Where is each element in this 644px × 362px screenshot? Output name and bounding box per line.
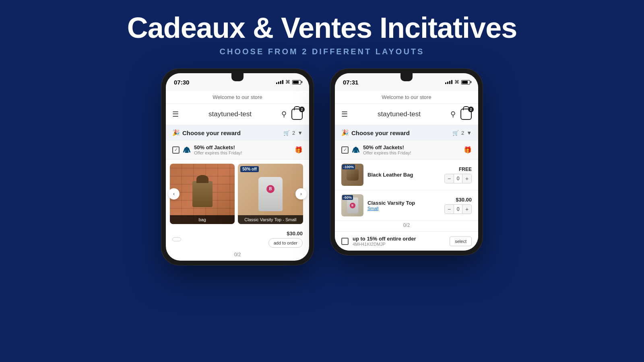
phone2-product1-minus[interactable]: −	[445, 174, 454, 183]
signal-bars-icon	[276, 80, 283, 84]
phone1-cart[interactable]: 2	[291, 109, 303, 120]
phone2-product2-name: Classic Varsity Top	[367, 200, 440, 206]
phone2-screen: 07:31 ⌘	[335, 73, 478, 251]
phone1-notch	[231, 73, 244, 81]
phone1-frame: 07:30 ⌘	[161, 68, 314, 265]
phone2-product1-price-area: FREE − 0 +	[444, 167, 472, 183]
phone2-party-icon: 🎉	[341, 129, 349, 136]
phone1-status-bar: 07:30 ⌘	[166, 73, 309, 91]
phone1-add-to-order-1[interactable]	[172, 237, 181, 241]
phone2-notch	[400, 73, 413, 81]
phone2-wrapper: 07:31 ⌘	[330, 68, 483, 255]
phone2-store-welcome: Welcome to our store	[335, 91, 478, 104]
phone2-product1-info: Black Leather Bag	[367, 172, 440, 178]
phone1-carousel: ‹ bag	[166, 160, 309, 228]
phone1-search-icon[interactable]: ⚲	[281, 110, 287, 119]
phone2-nav-bar: ☰ staytuned-test ⚲ 2	[335, 104, 478, 125]
phone1-nav-bar: ☰ staytuned-test ⚲ 2	[166, 104, 309, 125]
phone1-cart-badge: 2	[299, 107, 305, 112]
phone1-product1: bag	[170, 164, 235, 224]
phone2-progress: 0/2	[335, 221, 478, 231]
phone1-reward-right: 🛒 2 ▼	[283, 130, 303, 136]
phone2-product1-plus[interactable]: +	[462, 174, 471, 183]
phone1-product2-badge: 50% off	[240, 166, 259, 172]
phone2-product1-price: FREE	[444, 167, 472, 172]
phone1-offer-title: 50% off Jackets!	[194, 144, 242, 150]
phone2-cart-badge: 2	[468, 107, 474, 112]
phone2-offer-text: 50% off Jackets! Offer expires this Frid…	[363, 144, 411, 155]
phone2-menu-icon[interactable]: ☰	[341, 110, 348, 119]
phone2-chevron-down-icon: ▼	[466, 130, 472, 136]
phone2-reward-left: 🎉 Choose your reward	[341, 129, 410, 136]
phone2-offer-checkbox[interactable]: ✓	[341, 146, 349, 154]
phone2-product2-minus[interactable]: −	[445, 205, 454, 214]
phone2-product2-row: B -50% Classic Varsity Top Small $30.00 …	[335, 190, 478, 221]
phone1-wrapper: 07:30 ⌘	[161, 68, 314, 265]
phone2-time: 07:31	[343, 79, 358, 86]
phone2-jacket-emoji: 🧥	[352, 146, 360, 154]
phone1-menu-icon[interactable]: ☰	[172, 110, 179, 119]
phone2-second-offer: up to 15% off entire order 4MH41KI2DMJP …	[335, 231, 478, 251]
phone1-store-name: staytuned-test	[208, 110, 252, 118]
phone2-product1-badge: -100%	[342, 165, 355, 169]
phone2-reward-cart-count: 2	[461, 130, 464, 136]
subtitle: CHOOSE FROM 2 DIFFERENT LAYOUTS	[127, 47, 517, 56]
phone2-product2-info: Classic Varsity Top Small	[367, 200, 440, 211]
phone2-reward-bar[interactable]: 🎉 Choose your reward 🛒 2 ▼	[335, 125, 478, 140]
phone1-offer-checkbox[interactable]: ✓	[172, 146, 180, 154]
header-section: Cadeaux & Ventes Incitatives CHOOSE FROM…	[127, 12, 517, 56]
phone2-offer2-text: up to 15% off entire order 4MH41KI2DMJP	[353, 236, 446, 247]
phone2-reward-cart-icon: 🛒	[452, 130, 459, 136]
phone2-offer2-code: 4MH41KI2DMJP	[353, 242, 446, 247]
phone2-signal-icon	[445, 80, 452, 84]
phone2-product2-price: $30.00	[444, 197, 472, 203]
phone2-product1-qty: 0	[454, 174, 462, 183]
phone2-product2-qty: 0	[454, 205, 462, 214]
phone1-chevron-down-icon: ▼	[297, 130, 303, 136]
phone2-product2-variant[interactable]: Small	[367, 206, 440, 211]
main-title: Cadeaux & Ventes Incitatives	[127, 12, 517, 44]
phone1-product-price: $30.00	[287, 230, 303, 237]
phone1-reward-bar[interactable]: 🎉 Choose your reward 🛒 2 ▼	[166, 125, 309, 140]
phone1-product1-label: bag	[170, 215, 235, 224]
phone1-product2: B 50% off Classic Varsity Top - Small	[238, 164, 303, 224]
phone1-reward-label: Choose your reward	[182, 130, 241, 136]
phone1-store-welcome: Welcome to our store	[166, 91, 309, 104]
phone2-select-button[interactable]: select	[450, 237, 472, 246]
phone1-carousel-footer: $30.00 add to order	[166, 228, 309, 250]
phone2-product2-img: B -50%	[341, 194, 363, 216]
phone1-offer-text: 50% off Jackets! Offer expires this Frid…	[194, 144, 242, 155]
phone1-screen: 07:30 ⌘	[166, 73, 309, 261]
phone1-reward-cart-icon: 🛒	[283, 130, 290, 136]
phone2-product1-name: Black Leather Bag	[367, 172, 440, 178]
phone2-reward-label: Choose your reward	[351, 130, 410, 136]
phone2-offer2-title: up to 15% off entire order	[353, 236, 446, 242]
phone2-product1-stepper[interactable]: − 0 +	[444, 174, 472, 183]
phone2-product1-row: -100% Black Leather Bag FREE − 0 +	[335, 160, 478, 190]
phone2-product2-plus[interactable]: +	[462, 205, 471, 214]
phone2-nav-icons: ⚲ 2	[450, 109, 472, 120]
phone2-offer-title: 50% off Jackets!	[363, 144, 411, 150]
battery-icon	[292, 80, 301, 84]
party-icon: 🎉	[172, 129, 180, 136]
phone2-product2-price-area: $30.00 − 0 +	[444, 197, 472, 214]
phone1-progress: 0/2	[166, 250, 309, 261]
phone2-cart[interactable]: 2	[460, 109, 472, 120]
phone2-status-icons: ⌘	[445, 79, 470, 85]
phone1-offer-row: ✓ 🧥 50% off Jackets! Offer expires this …	[166, 140, 309, 160]
phone1-add-to-order-2[interactable]: add to order	[268, 238, 303, 248]
phone2-offer2-checkbox[interactable]	[341, 238, 349, 245]
phone1-reward-cart-count: 2	[292, 130, 295, 136]
phone1-next-arrow[interactable]: ›	[295, 188, 307, 200]
phone2-frame: 07:31 ⌘	[330, 68, 483, 255]
phone2-offer-row: ✓ 🧥 50% off Jackets! Offer expires this …	[335, 140, 478, 160]
phone1-time: 07:30	[174, 79, 189, 86]
phone1-carousel-items: bag B 50% off Classic Varsity Top - Smal…	[166, 164, 309, 224]
phone1-product2-label: Classic Varsity Top - Small	[238, 215, 303, 224]
phone2-product2-stepper[interactable]: − 0 +	[444, 204, 472, 214]
phone1-jacket-emoji: 🧥	[183, 146, 191, 154]
phone2-store-name: staytuned-test	[378, 110, 421, 118]
phone2-wifi-icon: ⌘	[454, 79, 459, 85]
phone1-prev-arrow[interactable]: ‹	[168, 188, 180, 200]
phone2-search-icon[interactable]: ⚲	[450, 110, 456, 119]
